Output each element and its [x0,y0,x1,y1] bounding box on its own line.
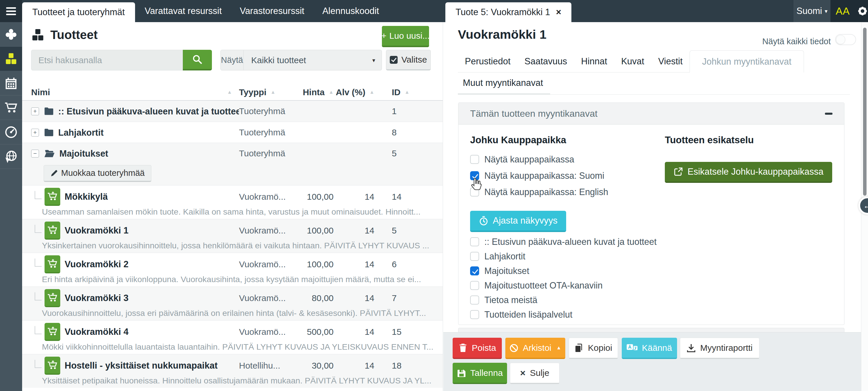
table-row[interactable]: Vuokramökki 2 Vuokramö... 100,00 14 6 Er… [22,253,443,287]
search-toolbar: Näytä Kaikki tuotteet ▾ Valitse [22,50,443,70]
user-initials[interactable]: AA [836,5,850,17]
gear-icon[interactable] [857,5,868,17]
language-selector[interactable]: Suomi ▾ [794,0,831,22]
sort-icon[interactable]: ▲ [329,89,334,95]
cubes-icon [31,28,44,42]
tab-stock-resources[interactable]: Varastoresurssit [240,6,305,16]
tab-products[interactable]: Tuotteet ja tuoteryhmät [22,2,135,22]
sidebar-item-calendar[interactable] [0,71,22,95]
sidebar-item-channels[interactable] [0,144,22,169]
cart-plus-icon [44,255,60,273]
cart-plus-icon [44,323,60,341]
save-icon [457,368,466,378]
product-description: Yksittäiset petipaikat huoneissa. Hinnoi… [42,376,435,386]
copy-button[interactable]: Kopioi [569,338,618,359]
save-button[interactable]: Tallenna [453,363,507,384]
category-checkbox-list: :: Etusivun pääkuva-alueen kuvat ja tuot… [470,237,833,320]
tree-connector [35,225,42,233]
cubes-icon [5,52,18,65]
sidebar-item-dashboard[interactable] [0,120,22,144]
sidebar-item-products[interactable] [0,47,22,71]
sort-icon[interactable]: ▲ [271,89,275,95]
tab-perustiedot[interactable]: Perustiedot [458,50,518,72]
translate-button[interactable]: Käännä [622,338,677,359]
column-header-vat[interactable]: Alv (%) [336,87,365,97]
tab-discount-codes[interactable]: Alennuskoodit [322,6,379,16]
product-description: Yksinkertainen vuorokausihinnoittelu, jo… [42,241,435,250]
close-button[interactable]: × Sulje [510,363,559,384]
checkbox-checked-icon [470,266,479,275]
checkbox-checked-icon [470,171,479,180]
cart-plus-icon [44,188,60,206]
close-product-tab-icon[interactable]: × [556,7,561,18]
table-row[interactable]: + :: Etusivun pääkuva-alueen kuvat ja tu… [22,101,443,122]
expand-icon[interactable]: + [31,129,39,137]
preview-button[interactable]: Esikatsele Johku-kauppapaikassa [665,162,832,183]
search-button[interactable] [183,50,212,70]
filter-select[interactable]: Kaikki tuotteet ▾ [244,50,382,70]
hamburger-menu-icon[interactable] [0,0,22,22]
tab-saatavuus[interactable]: Saatavuus [518,50,574,72]
tab-muut-myyntikanavat[interactable]: Muut myyntikanavat [458,72,550,94]
table-row[interactable]: Vuokramökki 3 Vuokramö... 80,00 14 7 Vuo… [22,287,443,320]
expand-icon[interactable]: + [31,108,39,115]
collapse-section-icon[interactable] [825,113,833,115]
tab-kuvat[interactable]: Kuvat [614,50,651,72]
table-row[interactable]: Vuokramökki 1 Vuokramö... 100,00 14 5 Yk… [22,219,443,253]
search-input[interactable] [31,50,183,70]
column-header-id[interactable]: ID [392,87,401,97]
tab-johkun-myyntikanavat[interactable]: Johkun myyntikanavat [689,50,804,72]
checkbox-ota-kanaviin[interactable]: Majoitustuotteet OTA-kanaviin [470,280,833,290]
edit-group-button[interactable]: Muokkaa tuoteryhmää [44,165,151,182]
tab-bookable-resources[interactable]: Varattavat resurssit [145,6,222,16]
product-description: Mökki viikkohinnoittelulla lauantaista l… [42,342,435,352]
sidebar-item-home[interactable] [0,22,22,47]
sort-icon[interactable]: ▲ [227,89,232,95]
tab-viestit[interactable]: Viestit [651,50,689,72]
products-header: Tuotteet [31,28,98,42]
delete-button[interactable]: Poista [453,338,502,359]
show-all-toggle[interactable] [835,34,856,45]
column-header-price[interactable]: Hinta [303,87,324,97]
product-description: Vuorokausihinnoittelu, jossa eri päivämä… [42,308,435,318]
checkbox-icon [470,281,479,290]
column-header-type[interactable]: Tyyppi [239,87,266,97]
schedule-visibility-button[interactable]: Ajasta näkyvyys [470,211,566,232]
checkbox-icon [470,252,479,261]
sales-report-button[interactable]: Myyntiraportti [680,338,760,359]
scrollbar-thumb[interactable] [863,28,867,196]
tab-open-product[interactable]: Tuote 5: Vuokramökki 1 × [445,2,571,22]
tab-hinnat[interactable]: Hinnat [574,50,614,72]
table-row[interactable]: + Lahjakortit Tuoteryhmä 8 [22,122,443,143]
cart-plus-icon [44,289,60,307]
sort-icon[interactable]: ▲ [369,89,374,95]
card-header[interactable]: Tämän tuotteen myyntikanavat [459,103,844,125]
download-icon [687,343,696,353]
folder-icon [44,128,54,137]
checkbox-etusivun-kuvat[interactable]: :: Etusivun pääkuva-alueen kuvat ja tuot… [470,237,833,247]
globe-arrow-icon [5,150,18,163]
action-footer: Poista Arkistoi ▲ Kopioi Käännä Myyntira… [443,332,861,391]
sort-icon[interactable]: ▲ [405,89,409,95]
checkbox-lahjakortit[interactable]: Lahjakortit [470,251,833,261]
checkbox-icon [470,187,479,197]
checkbox-tietoa-meista[interactable]: Tietoa meistä [470,295,833,305]
checkbox-lisapalvelut[interactable]: Tuotteiden lisäpalvelut [470,309,833,320]
clock-icon [479,216,489,225]
plus-icon: + [381,31,386,41]
table-row[interactable]: Vuokramökki 4 Vuokramö... 500,00 14 15 M… [22,320,443,354]
app-window: Tuotteet ja tuoteryhmät Varattavat resur… [0,0,868,391]
tree-connector [35,259,42,267]
table-row[interactable]: Hostelli - yksittäiset nukkumapaikat Hot… [22,354,443,388]
create-new-button[interactable]: + Luo uusi... [382,26,429,47]
table-row[interactable]: Mökkikylä Vuokramö... 100,00 14 14 Useam… [22,185,443,219]
table-row[interactable]: − Majoitukset Tuoteryhmä 5 Muokkaa tuote… [22,143,443,185]
checkbox-show-in-marketplace-english[interactable]: Näytä kauppapaikassa: English [470,187,833,197]
column-header-name[interactable]: Nimi [31,87,50,97]
collapse-icon[interactable]: − [31,150,39,157]
select-mode-button[interactable]: Valitse [386,50,431,70]
checkbox-majoitukset[interactable]: Majoitukset [470,266,833,276]
sidebar-item-orders[interactable] [0,95,22,120]
page-title: Tuotteet [50,28,98,42]
archive-button[interactable]: Arkistoi ▲ [505,338,565,359]
